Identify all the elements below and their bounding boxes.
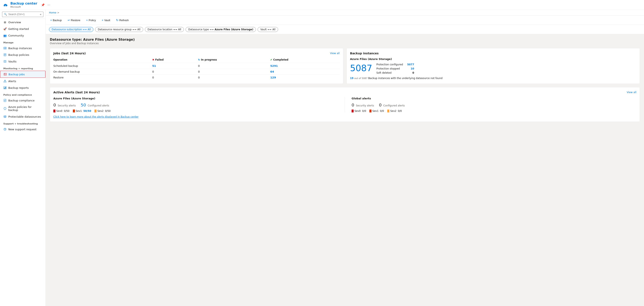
svg-rect-9 xyxy=(4,60,6,62)
global-sev2-label: Sev2 xyxy=(390,110,396,112)
bi-big-number: 5087 xyxy=(350,64,372,72)
job-failed-2: 0 xyxy=(152,75,198,80)
backup-button[interactable]: + Backup xyxy=(49,18,63,22)
global-security-stat: 0 Security alerts xyxy=(352,102,374,108)
sidebar-item-azure-policies[interactable]: Azure policies for backup xyxy=(0,104,46,113)
svg-rect-22 xyxy=(6,87,6,88)
sidebar-item-backup-reports[interactable]: Backup reports xyxy=(0,84,46,91)
sidebar-item-backup-reports-label: Backup reports xyxy=(8,86,29,90)
alerts-divider xyxy=(345,97,345,112)
alerts-card-title: Active Alerts (last 24 Hours) xyxy=(53,91,100,94)
datasource-icon xyxy=(3,115,7,118)
jobs-card-title: Jobs (last 24 Hours) xyxy=(53,52,86,55)
global-alerts-title: Global alerts xyxy=(352,97,636,100)
svg-point-24 xyxy=(4,116,6,116)
policy-button-label: Policy xyxy=(88,19,96,22)
sidebar-item-backup-compliance[interactable]: Backup compliance xyxy=(0,97,46,104)
azure-security-count: 0 xyxy=(53,102,56,108)
refresh-icon: ↻ xyxy=(116,18,118,22)
sev2-dot xyxy=(94,110,96,112)
bi-stat-val-1[interactable]: 10 xyxy=(411,67,414,70)
jobs-table: Operation ✖ Failed ↻ In progress xyxy=(53,58,340,80)
vault-button[interactable]: + Vault xyxy=(100,18,112,22)
sidebar-item-overview[interactable]: ⊞ Overview xyxy=(0,19,46,26)
plus-icon: + xyxy=(50,18,52,22)
app-subtitle: Microsoft xyxy=(10,6,37,8)
app-title-block: Backup center Microsoft xyxy=(10,2,37,8)
policy-icon xyxy=(3,53,7,56)
search-input[interactable] xyxy=(8,13,38,16)
azure-policy-icon xyxy=(3,107,7,110)
filter-datasource-location[interactable]: Datasource location == All xyxy=(145,27,184,32)
job-failed-1: 0 xyxy=(152,69,198,75)
jobs-col-inprogress: ↻ In progress xyxy=(198,58,270,63)
job-completed-2[interactable]: 129 xyxy=(270,75,340,80)
svg-point-10 xyxy=(5,61,6,62)
filter-datasource-subscription[interactable]: Datasource subscription == All xyxy=(49,27,94,32)
breadcrumb-home[interactable]: Home xyxy=(49,11,56,14)
job-completed-1[interactable]: 64 xyxy=(270,69,340,75)
more-options-icon[interactable]: ··· xyxy=(48,3,50,7)
azure-sev-row: Sev0 0/50 Sev1 50/50 Sev2 xyxy=(53,110,338,112)
grid-icon: ⊞ xyxy=(3,20,7,24)
global-sev2: Sev2 0/0 xyxy=(387,110,402,112)
refresh-button[interactable]: ↻ Refresh xyxy=(115,18,130,22)
policy-button[interactable]: + Policy xyxy=(85,18,97,22)
sidebar-item-backup-policies[interactable]: Backup policies xyxy=(0,52,46,58)
alerts-content: Azure Files (Azure Storage) 0 Security a… xyxy=(53,97,636,112)
policy-plus-icon: + xyxy=(86,18,88,22)
job-failed-0[interactable]: 51 xyxy=(152,63,198,69)
search-box[interactable]: 🔍 « xyxy=(2,12,44,17)
monitoring-section-label: Monitoring + reporting xyxy=(0,65,46,71)
job-completed-0[interactable]: 5291 xyxy=(270,63,340,69)
sidebar-item-getting-started[interactable]: 🚀 Getting started xyxy=(0,26,46,32)
sidebar-item-alerts-label: Alerts xyxy=(8,80,16,83)
sidebar-item-alerts[interactable]: Alerts xyxy=(0,78,46,84)
filter-vault[interactable]: Vault == All xyxy=(258,27,278,32)
reports-icon xyxy=(3,86,7,90)
azure-sev0: Sev0 0/50 xyxy=(53,110,70,112)
sidebar-item-overview-label: Overview xyxy=(8,21,21,24)
jobs-card: Jobs (last 24 Hours) View all Operation … xyxy=(50,48,343,84)
sidebar-item-backup-instances[interactable]: Backup instances xyxy=(0,45,46,52)
svg-point-26 xyxy=(5,130,5,130)
sidebar-item-vaults[interactable]: Vaults xyxy=(0,58,46,65)
sidebar-item-community[interactable]: 👥 Community xyxy=(0,32,46,39)
inprogress-icon: ↻ xyxy=(198,58,200,61)
global-alert-stats-row: 0 Security alerts 0 Configured alerts xyxy=(352,102,636,108)
global-configured-label: Configured alerts xyxy=(383,104,405,107)
filter-datasource-type[interactable]: Datasource type == Azure Files (Azure St… xyxy=(186,27,256,32)
bi-number-block: 5087 xyxy=(350,64,372,74)
global-configured-count: 0 xyxy=(379,102,382,108)
bi-stat-label-1: Protection stopped xyxy=(376,67,400,70)
azure-configured-label: Configured alerts xyxy=(88,104,109,107)
global-sev0: Sev0 0/0 xyxy=(352,110,366,112)
filter-datasource-resource-group[interactable]: Datasource resource group == All xyxy=(95,27,143,32)
bi-underlying-count[interactable]: 19 xyxy=(350,77,354,80)
sidebar-item-protectable-datasources-label: Protectable datasources xyxy=(8,115,41,118)
alerts-learn-more-link[interactable]: Click here to learn more about the alert… xyxy=(53,115,636,118)
backup-instances-card: Backup instances Azure Files (Azure Stor… xyxy=(346,48,640,84)
job-operation-0: Scheduled backup xyxy=(53,63,152,69)
sidebar-item-new-support-request[interactable]: New support request xyxy=(0,126,46,132)
sidebar-item-backup-jobs[interactable]: Backup jobs xyxy=(0,71,46,78)
jobs-view-all-link[interactable]: View all xyxy=(330,52,340,55)
restore-button[interactable]: ↩ Restore xyxy=(66,18,82,22)
pin-icon[interactable]: 📌 xyxy=(41,3,44,7)
collapse-sidebar-icon[interactable]: « xyxy=(40,13,42,16)
bi-underlying-sub: out of 5087 xyxy=(354,77,368,80)
job-operation-2: Restore xyxy=(53,75,152,80)
backup-instances-card-title: Backup instances xyxy=(350,52,379,55)
bi-stat-row-1: Protection stopped 10 xyxy=(376,67,414,70)
alerts-view-all-link[interactable]: View all xyxy=(627,91,636,94)
job-inprogress-0: 0 xyxy=(198,63,270,69)
global-sev1-label: Sev1 xyxy=(372,110,378,112)
global-sev1-value: 0/0 xyxy=(380,110,384,112)
sidebar-item-protectable-datasources[interactable]: Protectable datasources xyxy=(0,113,46,120)
policy-section-label: Policy and compliance xyxy=(0,91,46,97)
page-heading: Datasource type: Azure Files (Azure Stor… xyxy=(50,38,640,42)
bi-stat-val-0[interactable]: 5077 xyxy=(407,63,414,66)
sidebar-item-getting-started-label: Getting started xyxy=(8,28,29,30)
filter-vault-label: Vault == All xyxy=(260,28,276,31)
svg-rect-20 xyxy=(4,88,4,88)
